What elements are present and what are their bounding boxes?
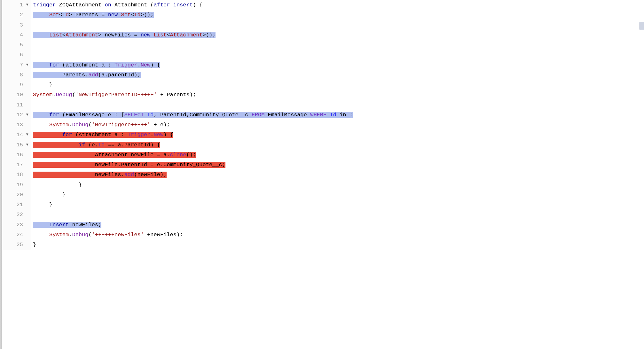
token: } [33, 82, 52, 88]
token-type: System [33, 92, 52, 98]
token: < [167, 32, 170, 38]
token-type: Trigger [128, 132, 150, 138]
code-line[interactable]: 11 [2, 100, 644, 110]
gutter: 16 [2, 150, 31, 160]
code-line[interactable]: 22 [2, 210, 644, 220]
code-content[interactable] [31, 40, 644, 50]
code-line[interactable]: 23 Insert newFiles; [2, 220, 644, 230]
fold-toggle-icon[interactable]: ▼ [24, 0, 30, 10]
code-line[interactable]: 1 ▼ trigger ZCQAttachment on Attachment … [2, 0, 644, 10]
code-content[interactable] [31, 210, 644, 220]
line-number: 5 [12, 40, 24, 50]
token: } [33, 202, 52, 208]
token: } [33, 192, 66, 198]
code-content[interactable]: newFile.ParentId = e.Community_Quote__c; [31, 160, 644, 170]
fold-toggle-icon[interactable]: ▼ [24, 60, 30, 70]
gutter: 15 ▼ [2, 140, 31, 150]
code-line[interactable]: 15 ▼ if (e.Id == a.ParentId) { [2, 140, 644, 150]
code-line[interactable]: 4 List<Attachment> newFiles = new List<A… [2, 30, 644, 40]
token: , ParentId,Community_Quote__c [154, 112, 252, 118]
token: (Attachment a : [72, 132, 127, 138]
token-method: add [124, 172, 134, 178]
token: (a.parentId); [98, 72, 141, 78]
code-line[interactable]: 17 newFile.ParentId = e.Community_Quote_… [2, 160, 644, 170]
token: } [33, 242, 36, 248]
token: Parents. [33, 72, 88, 78]
code-line[interactable]: 5 [2, 40, 644, 50]
code-line[interactable]: 12 ▼ for (EmailMessage e : [SELECT Id, P… [2, 110, 644, 120]
code-content[interactable]: } [31, 200, 644, 210]
token-keyword: if [79, 142, 85, 148]
token-method: Debug [72, 232, 88, 238]
token: (EmailMessage e : [ [59, 112, 124, 118]
code-content[interactable]: } [31, 190, 644, 200]
token: < [62, 32, 66, 38]
token: } [33, 182, 82, 188]
token: ( [72, 92, 75, 98]
line-number: 19 [12, 180, 24, 190]
fold-toggle-icon[interactable]: ▼ [24, 130, 30, 140]
code-content[interactable]: trigger ZCQAttachment on Attachment (aft… [31, 0, 644, 10]
token-keyword: new [141, 32, 151, 38]
token: . [150, 132, 153, 138]
code-content[interactable]: } [31, 180, 644, 190]
code-line[interactable]: 24 System.Debug('++++++newFiles' +newFil… [2, 230, 644, 240]
code-content[interactable]: Parents.add(a.parentId); [31, 70, 644, 80]
scroll-indicator-icon[interactable] [640, 22, 644, 30]
code-content[interactable]: System.Debug('NewTriggere+++++' + e); [31, 120, 644, 130]
code-content[interactable]: List<Attachment> newFiles = new List<Att… [31, 30, 644, 40]
code-line[interactable]: 21 } [2, 200, 644, 210]
code-content[interactable] [31, 50, 644, 60]
code-line[interactable]: 9 } [2, 80, 644, 90]
gutter: 7 ▼ [2, 60, 31, 70]
code-content[interactable]: Attachment newFile = a.clone(); [31, 150, 644, 160]
code-line[interactable]: 19 } [2, 180, 644, 190]
fold-toggle-icon[interactable]: ▼ [24, 140, 30, 150]
code-content[interactable]: System.Debug('++++++newFiles' +newFiles)… [31, 230, 644, 240]
code-content[interactable]: System.Debug('NewTriggerParentID+++++' +… [31, 90, 644, 100]
code-line[interactable]: 25 } [2, 240, 644, 250]
code-content[interactable]: for (attachment a : Trigger.New) { [31, 60, 644, 70]
code-content[interactable]: } [31, 240, 644, 250]
code-line[interactable]: 3 [2, 20, 644, 30]
token-keyword: for [62, 132, 72, 138]
token: < [131, 12, 134, 18]
code-line[interactable]: 14 ▼ for (Attachment a : Trigger.New) { [2, 130, 644, 140]
fold-toggle-icon[interactable]: ▼ [24, 110, 30, 120]
code-line[interactable]: 2 Set<Id> Parents = new Set<Id>(); [2, 10, 644, 20]
token: + e); [150, 122, 170, 128]
line-number: 18 [12, 170, 24, 180]
code-editor[interactable]: 1 ▼ trigger ZCQAttachment on Attachment … [2, 0, 644, 349]
token-type: Set [118, 12, 131, 18]
line-number: 9 [12, 80, 24, 90]
code-content[interactable]: Set<Id> Parents = new Set<Id>(); [31, 10, 644, 20]
code-line[interactable]: 13 System.Debug('NewTriggere+++++' + e); [2, 120, 644, 130]
code-content[interactable]: for (Attachment a : Trigger.New) { [31, 130, 644, 140]
code-content[interactable]: if (e.Id == a.ParentId) { [31, 140, 644, 150]
token [33, 122, 49, 128]
code-line[interactable]: 8 Parents.add(a.parentId); [2, 70, 644, 80]
code-content[interactable]: for (EmailMessage e : [SELECT Id, Parent… [31, 110, 644, 120]
token: . [52, 92, 56, 98]
line-number: 1 [12, 0, 24, 10]
code-content[interactable] [31, 20, 644, 30]
line-number: 10 [12, 90, 24, 100]
code-content[interactable]: } [31, 80, 644, 90]
code-line[interactable]: 16 Attachment newFile = a.clone(); [2, 150, 644, 160]
line-number: 24 [12, 230, 24, 240]
code-line[interactable]: 6 [2, 50, 644, 60]
token [33, 112, 49, 118]
code-line[interactable]: 10 System.Debug('NewTriggerParentID+++++… [2, 90, 644, 100]
code-content[interactable]: Insert newFiles; [31, 220, 644, 230]
token-type: Id [62, 12, 69, 18]
coverage-covered: for (EmailMessage e : [SELECT Id, Parent… [33, 112, 353, 118]
gutter: 1 ▼ [2, 0, 31, 10]
line-number: 16 [12, 150, 24, 160]
code-content[interactable] [31, 100, 644, 110]
coverage-covered: Insert newFiles; [33, 222, 101, 228]
code-line[interactable]: 20 } [2, 190, 644, 200]
code-line[interactable]: 7 ▼ for (attachment a : Trigger.New) { [2, 60, 644, 70]
code-line[interactable]: 18 newFiles.add(newFile); [2, 170, 644, 180]
code-content[interactable]: newFiles.add(newFile); [31, 170, 644, 180]
token-string: 'NewTriggerParentID+++++' [75, 92, 157, 98]
